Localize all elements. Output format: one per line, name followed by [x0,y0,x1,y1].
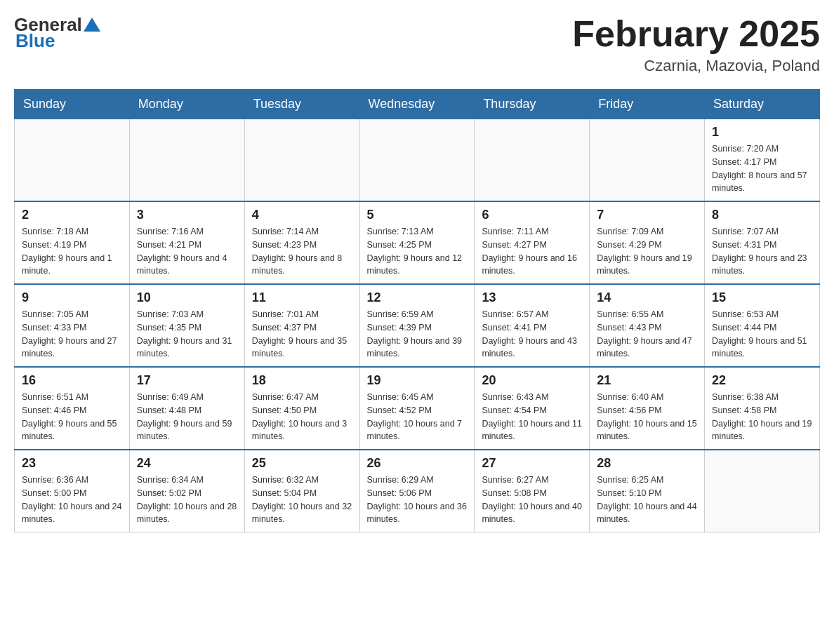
calendar-cell: 21Sunrise: 6:40 AM Sunset: 4:56 PM Dayli… [590,367,705,450]
calendar-cell: 14Sunrise: 6:55 AM Sunset: 4:43 PM Dayli… [590,284,705,367]
day-number: 24 [137,456,237,471]
calendar-cell: 25Sunrise: 6:32 AM Sunset: 5:04 PM Dayli… [244,450,359,532]
day-number: 11 [252,290,352,305]
calendar-cell: 18Sunrise: 6:47 AM Sunset: 4:50 PM Dayli… [244,367,359,450]
day-number: 3 [137,208,237,222]
day-number: 18 [252,373,352,388]
calendar-table: SundayMondayTuesdayWednesdayThursdayFrid… [14,89,820,532]
day-info: Sunrise: 7:16 AM Sunset: 4:21 PM Dayligh… [137,225,237,278]
calendar-cell: 8Sunrise: 7:07 AM Sunset: 4:31 PM Daylig… [705,201,820,284]
weekday-header-row: SundayMondayTuesdayWednesdayThursdayFrid… [15,90,820,119]
calendar-cell [129,119,244,202]
calendar-cell [359,119,475,202]
day-number: 21 [597,373,697,388]
day-number: 6 [482,208,582,222]
day-number: 4 [252,208,352,222]
calendar-week-row: 23Sunrise: 6:36 AM Sunset: 5:00 PM Dayli… [15,450,820,532]
day-info: Sunrise: 6:27 AM Sunset: 5:08 PM Dayligh… [482,474,582,526]
calendar-cell [475,119,590,202]
day-info: Sunrise: 6:49 AM Sunset: 4:48 PM Dayligh… [137,391,237,443]
day-info: Sunrise: 6:45 AM Sunset: 4:52 PM Dayligh… [367,391,468,443]
calendar-cell: 7Sunrise: 7:09 AM Sunset: 4:29 PM Daylig… [590,201,705,284]
calendar-cell: 2Sunrise: 7:18 AM Sunset: 4:19 PM Daylig… [15,201,130,284]
weekday-header-thursday: Thursday [475,90,590,119]
calendar-cell: 9Sunrise: 7:05 AM Sunset: 4:33 PM Daylig… [15,284,130,367]
logo-blue-text: Blue [15,30,55,52]
day-number: 26 [367,456,468,471]
calendar-cell: 26Sunrise: 6:29 AM Sunset: 5:06 PM Dayli… [359,450,475,532]
calendar-week-row: 9Sunrise: 7:05 AM Sunset: 4:33 PM Daylig… [15,284,820,367]
calendar-week-row: 1Sunrise: 7:20 AM Sunset: 4:17 PM Daylig… [15,119,820,202]
calendar-cell: 6Sunrise: 7:11 AM Sunset: 4:27 PM Daylig… [475,201,590,284]
calendar-cell: 4Sunrise: 7:14 AM Sunset: 4:23 PM Daylig… [244,201,359,284]
calendar-cell: 10Sunrise: 7:03 AM Sunset: 4:35 PM Dayli… [129,284,244,367]
day-number: 9 [22,290,122,305]
day-info: Sunrise: 6:32 AM Sunset: 5:04 PM Dayligh… [252,474,352,526]
weekday-header-friday: Friday [590,90,705,119]
calendar-week-row: 16Sunrise: 6:51 AM Sunset: 4:46 PM Dayli… [15,367,820,450]
calendar-cell: 5Sunrise: 7:13 AM Sunset: 4:25 PM Daylig… [359,201,475,284]
day-number: 5 [367,208,468,222]
day-number: 8 [712,208,812,222]
day-info: Sunrise: 7:14 AM Sunset: 4:23 PM Dayligh… [252,225,352,278]
day-info: Sunrise: 6:29 AM Sunset: 5:06 PM Dayligh… [367,474,468,526]
title-section: February 2025 Czarnia, Mazovia, Poland [572,14,820,75]
day-number: 15 [712,290,812,305]
day-info: Sunrise: 6:25 AM Sunset: 5:10 PM Dayligh… [597,474,697,526]
calendar-cell: 11Sunrise: 7:01 AM Sunset: 4:37 PM Dayli… [244,284,359,367]
weekday-header-monday: Monday [129,90,244,119]
calendar-cell: 12Sunrise: 6:59 AM Sunset: 4:39 PM Dayli… [359,284,475,367]
day-info: Sunrise: 7:05 AM Sunset: 4:33 PM Dayligh… [22,308,122,361]
day-number: 25 [252,456,352,471]
day-info: Sunrise: 6:34 AM Sunset: 5:02 PM Dayligh… [137,474,237,526]
day-number: 17 [137,373,237,388]
calendar-subtitle: Czarnia, Mazovia, Poland [572,57,820,75]
day-info: Sunrise: 6:59 AM Sunset: 4:39 PM Dayligh… [367,308,468,361]
calendar-cell: 3Sunrise: 7:16 AM Sunset: 4:21 PM Daylig… [129,201,244,284]
day-info: Sunrise: 7:13 AM Sunset: 4:25 PM Dayligh… [367,225,468,278]
calendar-cell: 16Sunrise: 6:51 AM Sunset: 4:46 PM Dayli… [15,367,130,450]
day-number: 10 [137,290,237,305]
day-number: 1 [712,125,812,140]
weekday-header-wednesday: Wednesday [359,90,475,119]
day-info: Sunrise: 7:09 AM Sunset: 4:29 PM Dayligh… [597,225,697,278]
day-number: 7 [597,208,697,222]
calendar-cell: 19Sunrise: 6:45 AM Sunset: 4:52 PM Dayli… [359,367,475,450]
day-info: Sunrise: 6:47 AM Sunset: 4:50 PM Dayligh… [252,391,352,443]
day-info: Sunrise: 7:20 AM Sunset: 4:17 PM Dayligh… [712,142,812,195]
calendar-cell [15,119,130,202]
day-info: Sunrise: 6:38 AM Sunset: 4:58 PM Dayligh… [712,391,812,443]
day-number: 16 [22,373,122,388]
calendar-cell: 20Sunrise: 6:43 AM Sunset: 4:54 PM Dayli… [475,367,590,450]
day-info: Sunrise: 6:51 AM Sunset: 4:46 PM Dayligh… [22,391,122,443]
day-number: 22 [712,373,812,388]
day-info: Sunrise: 7:18 AM Sunset: 4:19 PM Dayligh… [22,225,122,278]
day-info: Sunrise: 6:55 AM Sunset: 4:43 PM Dayligh… [597,308,697,361]
calendar-cell [705,450,820,532]
day-info: Sunrise: 6:53 AM Sunset: 4:44 PM Dayligh… [712,308,812,361]
calendar-title: February 2025 [572,14,820,54]
calendar-cell: 13Sunrise: 6:57 AM Sunset: 4:41 PM Dayli… [475,284,590,367]
day-number: 20 [482,373,582,388]
day-info: Sunrise: 7:03 AM Sunset: 4:35 PM Dayligh… [137,308,237,361]
day-number: 19 [367,373,468,388]
day-number: 12 [367,290,468,305]
day-number: 27 [482,456,582,471]
calendar-cell: 22Sunrise: 6:38 AM Sunset: 4:58 PM Dayli… [705,367,820,450]
calendar-cell [244,119,359,202]
day-number: 23 [22,456,122,471]
weekday-header-tuesday: Tuesday [244,90,359,119]
calendar-cell: 27Sunrise: 6:27 AM Sunset: 5:08 PM Dayli… [475,450,590,532]
day-info: Sunrise: 6:36 AM Sunset: 5:00 PM Dayligh… [22,474,122,526]
calendar-cell: 28Sunrise: 6:25 AM Sunset: 5:10 PM Dayli… [590,450,705,532]
day-info: Sunrise: 7:01 AM Sunset: 4:37 PM Dayligh… [252,308,352,361]
day-info: Sunrise: 7:07 AM Sunset: 4:31 PM Dayligh… [712,225,812,278]
day-info: Sunrise: 7:11 AM Sunset: 4:27 PM Dayligh… [482,225,582,278]
logo-arrow-icon [82,15,102,34]
day-number: 28 [597,456,697,471]
calendar-cell: 17Sunrise: 6:49 AM Sunset: 4:48 PM Dayli… [129,367,244,450]
calendar-cell: 24Sunrise: 6:34 AM Sunset: 5:02 PM Dayli… [129,450,244,532]
day-number: 14 [597,290,697,305]
day-info: Sunrise: 6:57 AM Sunset: 4:41 PM Dayligh… [482,308,582,361]
day-info: Sunrise: 6:43 AM Sunset: 4:54 PM Dayligh… [482,391,582,443]
